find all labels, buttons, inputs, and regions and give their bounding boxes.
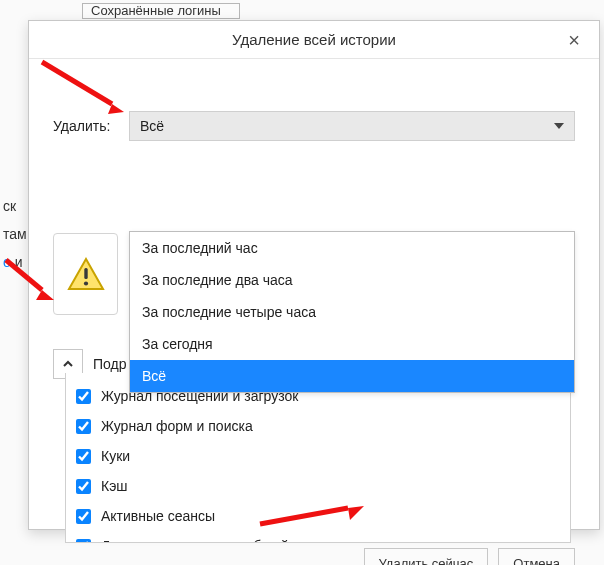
time-range-option[interactable]: Всё <box>130 360 574 392</box>
svg-marker-8 <box>348 506 364 520</box>
time-range-option[interactable]: За последние четыре часа <box>130 296 574 328</box>
dialog-header: Удаление всей истории × <box>29 21 599 59</box>
checkbox[interactable] <box>76 539 91 544</box>
time-range-option[interactable]: За последние два часа <box>130 264 574 296</box>
delete-now-button[interactable]: Удалить сейчас <box>364 548 489 565</box>
checkbox[interactable] <box>76 509 91 524</box>
dialog-title: Удаление всей истории <box>232 31 396 48</box>
svg-line-3 <box>42 62 112 104</box>
details-label: Подр <box>93 356 127 372</box>
check-label: Данные автономных веб-сайтов <box>101 538 310 543</box>
warning-icon <box>67 257 105 291</box>
warning-box <box>53 233 118 315</box>
check-label: Журнал форм и поиска <box>101 418 253 434</box>
cancel-button[interactable]: Отмена <box>498 548 575 565</box>
bg-text-1: ск <box>0 194 19 218</box>
delete-label: Удалить: <box>53 118 129 134</box>
check-row[interactable]: Журнал форм и поиска <box>76 411 560 441</box>
svg-point-2 <box>83 281 87 285</box>
svg-marker-6 <box>36 290 54 300</box>
close-icon[interactable]: × <box>555 21 593 59</box>
chevron-down-icon <box>554 123 564 129</box>
check-label: Кэш <box>101 478 128 494</box>
time-range-option[interactable]: За сегодня <box>130 328 574 360</box>
time-range-select[interactable]: Всё <box>129 111 575 141</box>
check-label: Активные сеансы <box>101 508 215 524</box>
chevron-up-icon <box>62 358 74 370</box>
svg-line-5 <box>6 260 42 290</box>
checkbox[interactable] <box>76 419 91 434</box>
annotation-arrow-2 <box>0 254 60 304</box>
checkbox[interactable] <box>76 449 91 464</box>
svg-line-7 <box>260 508 348 524</box>
time-range-dropdown[interactable]: За последний часЗа последние два часаЗа … <box>129 231 575 393</box>
checkbox[interactable] <box>76 479 91 494</box>
bg-text-2: там <box>0 222 30 246</box>
time-range-option[interactable]: За последний час <box>130 232 574 264</box>
select-value: Всё <box>140 118 164 134</box>
checkbox[interactable] <box>76 389 91 404</box>
svg-rect-1 <box>84 268 87 279</box>
check-label: Куки <box>101 448 130 464</box>
annotation-arrow-1 <box>38 58 128 118</box>
annotation-arrow-3 <box>256 498 366 532</box>
check-row[interactable]: Данные автономных веб-сайтов <box>76 531 560 543</box>
check-row[interactable]: Куки <box>76 441 560 471</box>
check-row[interactable]: Кэш <box>76 471 560 501</box>
saved-logins-button[interactable]: Сохранённые логины <box>82 3 240 19</box>
